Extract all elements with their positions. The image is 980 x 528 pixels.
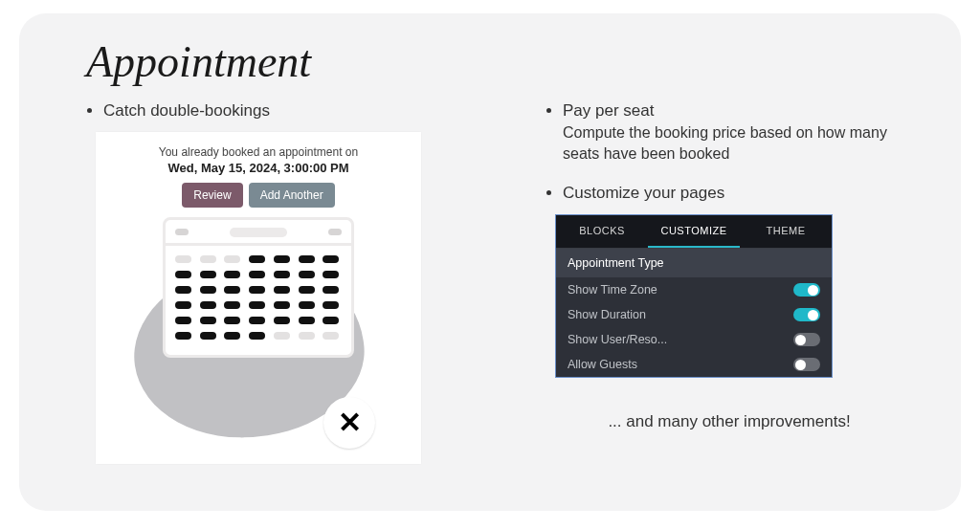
calendar-day [175, 255, 191, 263]
calendar-day [249, 255, 265, 263]
calendar-day [299, 271, 315, 278]
add-another-button[interactable]: Add Another [249, 183, 335, 208]
calendar-day [200, 317, 216, 324]
calendar-day [274, 332, 290, 340]
panel-row-label: Allow Guests [568, 358, 637, 371]
bullet-item: Pay per seatCompute the booking price ba… [563, 100, 923, 164]
calendar-day [299, 286, 315, 294]
panel-row-label: Show User/Reso... [568, 333, 667, 346]
toggle-show-duration[interactable] [793, 308, 820, 321]
calendar-ring-right [328, 229, 342, 235]
calendar-day [299, 255, 315, 263]
calendar-icon [163, 217, 354, 358]
bullet-label: Customize your pages [563, 184, 724, 202]
calendar-day [249, 301, 265, 309]
left-column: Catch double-bookings You already booked… [77, 95, 498, 464]
calendar-day [224, 301, 240, 309]
calendar-day [299, 301, 315, 309]
calendar-grid [166, 246, 351, 345]
calendar-day [224, 286, 240, 294]
calendar-day [323, 255, 339, 263]
calendar-day [323, 317, 339, 324]
x-icon: ✕ [338, 408, 362, 437]
calendar-day [299, 317, 315, 324]
calendar-day [200, 286, 216, 294]
calendar-day [200, 301, 216, 309]
bullet-item: Customize your pages [563, 183, 923, 205]
calendar-day [323, 271, 339, 278]
panel-row: Show Duration [556, 302, 832, 327]
review-button[interactable]: Review [182, 183, 242, 208]
calendar-day [249, 332, 265, 340]
calendar-day [175, 332, 191, 340]
calendar-day [249, 317, 265, 324]
calendar-illustration: ✕ [124, 217, 392, 447]
calendar-day [249, 286, 265, 294]
right-column: Pay per seatCompute the booking price ba… [536, 95, 923, 464]
panel-row-label: Show Time Zone [568, 283, 657, 297]
calendar-day [323, 286, 339, 294]
panel-tabs: BLOCKSCUSTOMIZETHEME [556, 215, 832, 249]
customize-panel: BLOCKSCUSTOMIZETHEME Appointment Type Sh… [555, 214, 833, 378]
booking-date: Wed, May 15, 2024, 3:00:00 PM [107, 161, 410, 175]
calendar-day [274, 286, 290, 294]
calendar-ring-left [175, 229, 189, 235]
calendar-day [224, 317, 240, 324]
calendar-day [249, 271, 265, 278]
toggle-show-time-zone[interactable] [793, 283, 820, 297]
panel-row-label: Show Duration [568, 308, 646, 321]
calendar-day [175, 286, 191, 294]
calendar-day [175, 301, 191, 309]
bullet-desc: Compute the booking price based on how m… [563, 122, 923, 164]
booking-buttons: Review Add Another [107, 183, 410, 208]
booking-card: You already booked an appointment on Wed… [96, 132, 421, 464]
toggle-show-user-reso-[interactable] [793, 333, 820, 346]
calendar-day [224, 332, 240, 340]
left-bullets: Catch double-bookings [77, 100, 498, 122]
page-title: Appointment [86, 36, 923, 87]
panel-row: Show Time Zone [556, 277, 832, 302]
toggle-allow-guests[interactable] [793, 358, 820, 371]
calendar-day [323, 301, 339, 309]
panel-rows: Show Time ZoneShow DurationShow User/Res… [556, 277, 832, 377]
calendar-day [323, 332, 339, 340]
x-circle: ✕ [323, 397, 375, 449]
footer-text: ... and many other improvements! [536, 412, 923, 431]
panel-tab-theme[interactable]: THEME [740, 215, 832, 248]
calendar-day [274, 317, 290, 324]
calendar-day [175, 317, 191, 324]
panel-header: Appointment Type [556, 249, 832, 277]
slide-container: Appointment Catch double-bookings You al… [19, 13, 961, 511]
booking-message: You already booked an appointment on [107, 145, 410, 159]
calendar-month-pill [230, 228, 287, 237]
panel-tab-customize[interactable]: CUSTOMIZE [648, 215, 740, 248]
calendar-day [274, 255, 290, 263]
columns: Catch double-bookings You already booked… [77, 95, 923, 464]
calendar-day [299, 332, 315, 340]
right-bullets: Pay per seatCompute the booking price ba… [536, 100, 923, 205]
calendar-header [166, 220, 351, 246]
bullet-label: Pay per seat [563, 101, 654, 120]
calendar-day [224, 271, 240, 278]
calendar-day [200, 332, 216, 340]
calendar-day [224, 255, 240, 263]
panel-row: Show User/Reso... [556, 327, 832, 352]
calendar-day [200, 271, 216, 278]
calendar-day [274, 301, 290, 309]
bullet-catch-double-bookings: Catch double-bookings [103, 100, 498, 122]
calendar-day [274, 271, 290, 278]
panel-row: Allow Guests [556, 352, 832, 377]
calendar-day [175, 271, 191, 278]
panel-tab-blocks[interactable]: BLOCKS [556, 215, 648, 248]
calendar-day [200, 255, 216, 263]
